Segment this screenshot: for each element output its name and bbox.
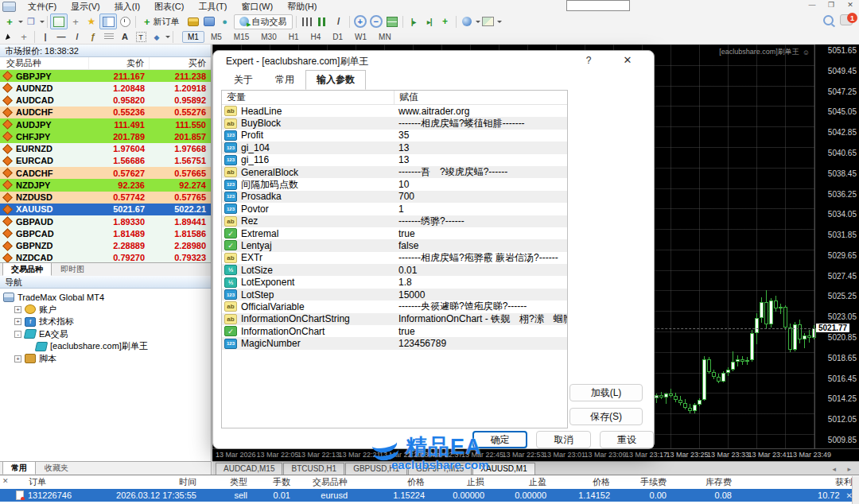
dialog-tab[interactable]: 输入参数 (305, 70, 366, 90)
terminal-column-header[interactable]: 止损 (431, 476, 491, 488)
symbol-row[interactable]: GBPNZD2.288892.28980 (0, 240, 211, 252)
chart-tab[interactable]: BTCUSD,H1 (283, 463, 344, 475)
history-center-icon[interactable] (117, 14, 133, 29)
cursor-icon[interactable] (0, 30, 16, 45)
param-row[interactable]: GeneralBlock-------吾 ?竣虎戻蝠?------ (222, 166, 567, 178)
param-row[interactable]: Profit35 (222, 130, 567, 142)
param-row[interactable]: BuyBlock-------相虎戻蝠?蝼徝钼腓------- (222, 117, 567, 129)
favorites-icon[interactable] (84, 14, 99, 29)
symbol-row[interactable]: AUDNZD1.208481.20918 (0, 82, 211, 94)
menu-item[interactable]: 显示(V) (64, 1, 107, 13)
param-row[interactable]: Povtor1 (222, 203, 567, 215)
sound-icon[interactable] (217, 14, 233, 29)
param-row[interactable]: Rez-------绣骅?------ (222, 215, 567, 227)
autotrading-button[interactable]: 自动交易 (234, 14, 293, 29)
data-window-icon[interactable] (68, 14, 84, 29)
terminal-column-header[interactable]: 价格 (553, 476, 616, 488)
timeframe-m15[interactable]: M15 (228, 31, 255, 43)
notifications-icon[interactable]: 1 (840, 14, 853, 25)
timeframe-h4[interactable]: H4 (305, 31, 327, 43)
deposit-icon[interactable] (185, 14, 201, 29)
profiles-dropdown-icon[interactable] (40, 21, 45, 23)
timeframe-m30[interactable]: M30 (255, 31, 282, 43)
trendline-icon[interactable] (69, 30, 85, 45)
profiles-icon[interactable] (23, 14, 39, 29)
candlestick-chart-icon[interactable] (315, 14, 331, 29)
timeframe-m1[interactable]: M1 (182, 31, 204, 43)
tile-windows-icon[interactable] (384, 14, 400, 29)
shapes-icon[interactable] (149, 30, 165, 45)
chart-tab[interactable]: AUDCAD,M15 (216, 463, 282, 475)
terminal-column-header[interactable]: 交易品种 (297, 476, 354, 488)
tree-item[interactable]: [eaclubshare.com]刷单王 (0, 340, 211, 353)
symbol-row[interactable]: CADCHF0.576270.57665 (0, 167, 211, 179)
terminal-close-icon[interactable]: ✕ (2, 477, 9, 485)
dialog-help-button[interactable]: ? (582, 55, 595, 66)
menu-item[interactable]: 文件(F) (21, 1, 64, 13)
dialog-close-icon[interactable]: ✕ (620, 54, 635, 66)
terminal-column-header[interactable]: 手续费 (616, 476, 673, 488)
tree-item[interactable]: TradeMax Global MT4 (0, 291, 211, 304)
cancel-button[interactable]: 取消 (536, 431, 591, 448)
search-icon[interactable] (823, 15, 834, 25)
param-row[interactable]: OfficialVariable-------央篌遽睇?馇疱戻睇?------ (222, 300, 567, 312)
param-row[interactable]: gi_10413 (222, 142, 567, 153)
symbol-row[interactable]: XAUUSD5021.675022.21 (0, 204, 211, 215)
param-row[interactable]: MagicNumber123456789 (222, 337, 567, 349)
new-chart-icon[interactable] (2, 14, 17, 29)
symbol-row[interactable]: NZDUSD0.577420.57765 (0, 192, 211, 204)
zoom-in-icon[interactable] (352, 14, 368, 29)
order-row[interactable]: 1312267462026.03.12 17:35:55sell0.01euru… (0, 489, 859, 502)
text-label-icon[interactable] (133, 30, 149, 45)
terminal-column-header[interactable]: 订单 (0, 476, 94, 488)
new-window-icon[interactable] (437, 14, 453, 29)
param-row[interactable]: gi_11613 (222, 154, 567, 166)
menu-item[interactable]: 帮助(H) (280, 1, 324, 13)
param-row[interactable]: LotStep15000 (222, 289, 567, 300)
symbol-row[interactable]: EURNZD1.976041.97668 (0, 143, 211, 155)
new-order-button[interactable]: 新订单 (139, 15, 185, 29)
terminal-column-header[interactable]: 时间 (94, 476, 203, 488)
tree-item[interactable]: +f技术指标 (0, 316, 211, 328)
param-row[interactable]: Extremaltrue (222, 227, 567, 239)
symbol-row[interactable]: AUDCHF0.552360.55276 (0, 107, 211, 118)
save-button[interactable]: 保存(S) (569, 408, 643, 425)
symbol-row[interactable]: NZDJPY92.23692.274 (0, 179, 211, 191)
text-icon[interactable] (117, 30, 133, 45)
symbol-row[interactable]: CHFJPY201.789201.857 (0, 130, 211, 142)
minimize-icon[interactable]: — (808, 1, 816, 9)
symbol-row[interactable]: EURCAD1.566861.56751 (0, 155, 211, 167)
navigator-tab[interactable]: 收藏夹 (36, 461, 77, 475)
shapes-dropdown-icon[interactable] (165, 36, 170, 38)
navigator-tab[interactable]: 常用 (2, 461, 36, 475)
tree-item[interactable]: +账户 (0, 304, 211, 316)
tree-expander-icon[interactable]: + (14, 306, 21, 313)
param-row[interactable]: Lentyajfalse (222, 239, 567, 251)
dialog-tab[interactable]: 关于 (223, 70, 264, 90)
symbol-row[interactable]: AUDJPY111.491111.550 (0, 118, 211, 130)
navigator-icon[interactable] (99, 14, 117, 29)
param-row[interactable]: LotExponent1.8 (222, 276, 567, 288)
templates-icon[interactable] (480, 14, 496, 29)
timeframe-mn[interactable]: MN (373, 31, 397, 43)
crosshair-icon[interactable] (16, 30, 32, 45)
timeframe-w1[interactable]: W1 (349, 31, 372, 43)
auto-scroll-icon[interactable] (422, 14, 437, 29)
menu-item[interactable]: 图表(C) (147, 1, 191, 13)
terminal-column-header[interactable]: 类型 (203, 476, 254, 488)
line-chart-icon[interactable] (331, 14, 347, 29)
vertical-line-icon[interactable] (37, 30, 53, 45)
terminal-column-header[interactable]: 价格 (354, 476, 431, 488)
terminal-column-header[interactable]: 获利 (738, 476, 859, 488)
timeframe-d1[interactable]: D1 (327, 31, 348, 43)
channel-icon[interactable] (101, 30, 117, 45)
timeframe-h1[interactable]: H1 (283, 31, 305, 43)
symbol-row[interactable]: AUDCAD0.958200.95892 (0, 95, 211, 107)
periods-icon[interactable] (459, 14, 475, 29)
timeframe-m5[interactable]: M5 (205, 31, 227, 43)
menu-item[interactable]: 插入(I) (107, 1, 147, 13)
terminal-column-header[interactable]: 止盈 (491, 476, 553, 488)
symbol-row[interactable]: GBPAUD1.893301.89441 (0, 215, 211, 227)
tree-expander-icon[interactable]: + (14, 355, 21, 362)
fibonacci-icon[interactable] (85, 30, 101, 45)
